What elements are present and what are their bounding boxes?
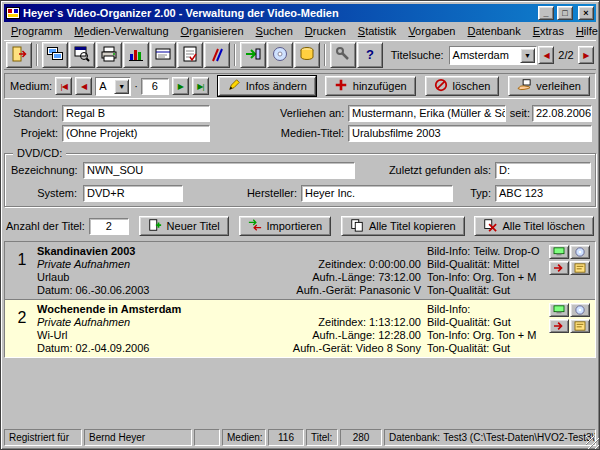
system-label: System:	[11, 187, 77, 199]
chevron-down-icon[interactable]: ▼	[114, 79, 129, 94]
system-field[interactable]: DVD+R	[83, 185, 183, 202]
datenbank-panel: Datenbank: Test3 (C:\Test-Daten\HVO2-Tes…	[384, 429, 596, 446]
medium-first-button[interactable]: |◀	[55, 77, 72, 95]
menu-programm[interactable]: Programm	[5, 23, 68, 39]
importieren-button[interactable]: Importieren	[239, 216, 332, 236]
chevron-down-icon[interactable]: ▼	[520, 48, 535, 63]
bild-qualitaet-value: Gut	[493, 316, 511, 329]
menu-statistik[interactable]: Statistik	[352, 23, 403, 39]
menu-suchen[interactable]: Suchen	[250, 23, 299, 39]
hersteller-field[interactable]: Heyer Inc.	[301, 185, 453, 202]
tools-button[interactable]	[330, 42, 356, 68]
typ-label: Typ:	[459, 187, 491, 199]
title-actions	[549, 245, 593, 297]
medium-last-button[interactable]: ▶|	[192, 77, 209, 95]
cd-copy-button[interactable]	[267, 42, 293, 68]
resize-grip[interactable]	[586, 436, 599, 449]
close-button[interactable]: ×	[578, 6, 594, 20]
infos-aendern-button[interactable]: Infos ändern	[218, 76, 316, 96]
first-icon: |◀	[61, 82, 67, 91]
laenge-label: Aufn.-Länge:	[312, 329, 375, 342]
help-button[interactable]: ?	[357, 42, 383, 68]
statistics-button[interactable]	[123, 42, 149, 68]
seit-field[interactable]: 22.08.2006	[532, 105, 592, 122]
button-label: Importieren	[267, 220, 323, 232]
move-title-button[interactable]	[549, 319, 569, 333]
minimize-button[interactable]: _	[538, 6, 554, 20]
cd-title-button[interactable]	[570, 303, 590, 317]
edit-info-icon	[227, 78, 241, 94]
edit-list-button[interactable]	[177, 42, 203, 68]
database-icon	[299, 46, 315, 64]
media-search-icon	[74, 46, 90, 64]
cd-icon	[272, 46, 288, 64]
search-prev-button[interactable]: ◀	[538, 46, 554, 64]
ton-qualitaet-value: Gut	[492, 342, 510, 355]
menu-organisieren[interactable]: Organisieren	[175, 23, 250, 39]
import-button[interactable]	[240, 42, 266, 68]
index-card-button[interactable]	[150, 42, 176, 68]
hinzufuegen-button[interactable]: hinzufügen	[325, 76, 416, 96]
title-row[interactable]: 1 Skandinavien 2003 Private Aufnahmen Ur…	[5, 242, 595, 300]
datum-value: 06.-30.06.2003	[75, 284, 149, 297]
medien-count-label: Medien:	[222, 429, 266, 446]
verleihen-button[interactable]: verleihen	[508, 76, 590, 96]
exit-button[interactable]	[6, 42, 32, 68]
zuletzt-gefunden-label: Zuletzt gefunden als:	[357, 164, 491, 176]
move-title-button[interactable]	[549, 261, 569, 275]
titel-count-label: Titel:	[306, 429, 338, 446]
alle-titel-kopieren-button[interactable]: Alle Titel kopieren	[341, 216, 465, 236]
copy-title-button[interactable]	[549, 245, 569, 259]
zuletzt-gefunden-field[interactable]: D:	[495, 162, 591, 179]
projekt-field[interactable]: (Ohne Projekt)	[62, 125, 210, 142]
menu-drucken[interactable]: Drucken	[299, 23, 352, 39]
delete-medium-icon	[434, 78, 448, 94]
toolbar-separator	[234, 44, 236, 66]
add-medium-icon	[334, 78, 348, 94]
standort-field[interactable]: Regal B	[62, 105, 210, 122]
standort-label: Standort:	[8, 107, 58, 119]
menu-medien-verwaltung[interactable]: Medien-Verwaltung	[68, 23, 174, 39]
search-counter: 2/2	[558, 49, 573, 61]
media-details-form: Standort: Regal B Verliehen an: Musterma…	[4, 104, 596, 144]
title-index: 1	[7, 245, 37, 297]
menu-hilfe[interactable]: Hilfe	[570, 23, 600, 39]
search-next-button[interactable]: ▶	[578, 46, 594, 64]
maximize-button[interactable]: □	[557, 6, 573, 20]
title-search-combo[interactable]: Amsterdam ▼	[449, 46, 537, 65]
database-button[interactable]	[294, 42, 320, 68]
medium-letter-combo[interactable]: A ▼	[95, 77, 131, 96]
media-list-button[interactable]	[42, 42, 68, 68]
dvd-cd-group: DVD/CD: Bezeichnung: NWN_SOU Zuletzt gef…	[4, 153, 596, 207]
medium-next-button[interactable]: ▶	[172, 77, 189, 95]
verliehen-an-field[interactable]: Mustermann, Erika (Müller & Söhn...	[348, 105, 506, 122]
copy-title-button[interactable]	[549, 303, 569, 317]
loeschen-button[interactable]: löschen	[425, 76, 500, 96]
title-search-label: Titelsuche:	[391, 49, 444, 61]
medium-label: Medium:	[10, 80, 52, 92]
seit-label: seit:	[508, 107, 530, 119]
medium-number-field[interactable]: 6	[141, 78, 169, 95]
geraet-label: Aufn.-Gerät:	[293, 342, 353, 355]
typ-field[interactable]: ABC 123	[495, 185, 591, 202]
cd-title-button[interactable]	[570, 245, 590, 259]
toolbar-separator	[324, 44, 326, 66]
menu-extras[interactable]: Extras	[527, 23, 570, 39]
statistics-icon	[128, 46, 144, 64]
edit-title-button[interactable]	[570, 261, 590, 275]
menu-vorgaben[interactable]: Vorgaben	[402, 23, 461, 39]
medien-titel-field[interactable]: Uralubsfilme 2003	[348, 125, 592, 142]
menu-datenbank[interactable]: Datenbank	[461, 23, 526, 39]
medium-prev-button[interactable]: ◀	[75, 77, 92, 95]
media-search-button[interactable]	[69, 42, 95, 68]
neuer-titel-button[interactable]: Neuer Titel	[139, 216, 229, 236]
anzahl-titel-field[interactable]: 2	[89, 218, 129, 235]
edit-title-button[interactable]	[570, 319, 590, 333]
next-icon: ▶	[178, 82, 183, 91]
title-row[interactable]: 2 Wochenende in Amsterdam Private Aufnah…	[5, 300, 595, 357]
bezeichnung-field[interactable]: NWN_SOU	[83, 162, 355, 179]
alle-titel-loeschen-button[interactable]: Alle Titel löschen	[474, 216, 594, 236]
pens-button[interactable]	[204, 42, 230, 68]
print-button[interactable]	[96, 42, 122, 68]
bild-info-label: Bild-Info:	[427, 303, 470, 316]
